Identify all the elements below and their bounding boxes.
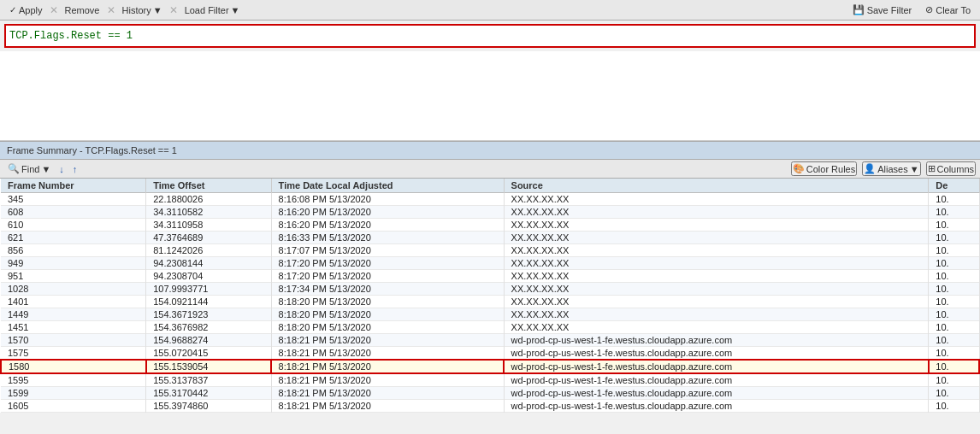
cell-time-offset: 154.3671923 — [146, 308, 271, 321]
cell-time-offset: 47.3764689 — [146, 232, 271, 244]
cell-time-date: 8:17:20 PM 5/13/2020 — [271, 257, 504, 270]
table-header-row: Frame Number Time Offset Time Date Local… — [1, 179, 979, 193]
cell-time-offset: 155.0720415 — [146, 347, 271, 361]
cell-time-date: 8:17:20 PM 5/13/2020 — [271, 270, 504, 283]
cell-source: XX.XX.XX.XX — [504, 257, 929, 270]
table-row[interactable]: 61034.31109588:16:20 PM 5/13/2020XX.XX.X… — [1, 219, 979, 232]
cell-source: wd-prod-cp-us-west-1-fe.westus.cloudapp.… — [504, 400, 929, 413]
clear-to-button[interactable]: ⊘ Clear To — [920, 3, 976, 16]
cell-dest: 10. — [929, 321, 979, 334]
cell-time-offset: 107.9993771 — [146, 283, 271, 296]
col-header-source: Source — [504, 179, 929, 193]
cell-time-date: 8:16:20 PM 5/13/2020 — [271, 206, 504, 219]
cell-time-date: 8:18:20 PM 5/13/2020 — [271, 308, 504, 321]
cell-frame: 1451 — [1, 321, 146, 334]
aliases-button[interactable]: 👤 Aliases ▼ — [862, 161, 920, 176]
table-row[interactable]: 1028107.99937718:17:34 PM 5/13/2020XX.XX… — [1, 283, 979, 296]
table-row[interactable]: 1605155.39748608:18:21 PM 5/13/2020wd-pr… — [1, 400, 979, 413]
cell-source: wd-prod-cp-us-west-1-fe.westus.cloudapp.… — [504, 360, 929, 373]
history-button[interactable]: History ▼ — [117, 4, 168, 16]
cell-dest: 10. — [929, 308, 979, 321]
col-header-time-offset: Time Offset — [146, 179, 271, 193]
arrow-down-icon: ↓ — [59, 164, 64, 174]
find-button[interactable]: 🔍 Find ▼ — [4, 162, 54, 175]
col-header-time-date: Time Date Local Adjusted — [271, 179, 504, 193]
cell-frame: 951 — [1, 270, 146, 283]
table-row[interactable]: 95194.23087048:17:20 PM 5/13/2020XX.XX.X… — [1, 270, 979, 283]
cell-dest: 10. — [929, 347, 979, 361]
cell-time-offset: 155.3974860 — [146, 400, 271, 413]
cell-time-date: 8:16:08 PM 5/13/2020 — [271, 193, 504, 206]
cell-time-date: 8:18:21 PM 5/13/2020 — [271, 400, 504, 413]
table-container: Frame Number Time Offset Time Date Local… — [0, 179, 980, 431]
table-row[interactable]: 1575155.07204158:18:21 PM 5/13/2020wd-pr… — [1, 347, 979, 361]
cell-frame: 608 — [1, 206, 146, 219]
arrow-up-button[interactable]: ↑ — [69, 163, 81, 175]
cell-source: XX.XX.XX.XX — [504, 270, 929, 283]
cell-source: XX.XX.XX.XX — [504, 283, 929, 296]
middle-spacer — [0, 51, 980, 141]
cell-time-date: 8:18:20 PM 5/13/2020 — [271, 321, 504, 334]
toolbar-left: 🔍 Find ▼ ↓ ↑ — [4, 162, 80, 175]
cell-time-date: 8:18:21 PM 5/13/2020 — [271, 387, 504, 400]
cell-time-offset: 154.3676982 — [146, 321, 271, 334]
filter-input[interactable] — [9, 30, 971, 42]
cell-frame: 610 — [1, 219, 146, 232]
apply-icon: ✓ — [9, 5, 16, 15]
data-table: Frame Number Time Offset Time Date Local… — [0, 179, 980, 413]
table-row[interactable]: 34522.18800268:16:08 PM 5/13/2020XX.XX.X… — [1, 193, 979, 206]
cell-frame: 1595 — [1, 373, 146, 387]
table-row[interactable]: 1599155.31704428:18:21 PM 5/13/2020wd-pr… — [1, 387, 979, 400]
col-header-frame: Frame Number — [1, 179, 146, 193]
cell-time-offset: 94.2308704 — [146, 270, 271, 283]
table-row[interactable]: 85681.12420268:17:07 PM 5/13/2020XX.XX.X… — [1, 244, 979, 257]
table-row[interactable]: 1401154.09211448:18:20 PM 5/13/2020XX.XX… — [1, 296, 979, 308]
cell-frame: 1575 — [1, 347, 146, 361]
table-row[interactable]: 60834.31105828:16:20 PM 5/13/2020XX.XX.X… — [1, 206, 979, 219]
table-row[interactable]: 94994.23081448:17:20 PM 5/13/2020XX.XX.X… — [1, 257, 979, 270]
cell-source: wd-prod-cp-us-west-1-fe.westus.cloudapp.… — [504, 373, 929, 387]
apply-button[interactable]: ✓ Apply — [4, 4, 48, 16]
cell-time-offset: 34.3110582 — [146, 206, 271, 219]
table-row[interactable]: 1570154.96882748:18:21 PM 5/13/2020wd-pr… — [1, 334, 979, 347]
arrow-up-icon: ↑ — [73, 164, 78, 174]
cell-dest: 10. — [929, 232, 979, 244]
cell-source: wd-prod-cp-us-west-1-fe.westus.cloudapp.… — [504, 334, 929, 347]
cell-frame: 1401 — [1, 296, 146, 308]
load-filter-button[interactable]: Load Filter ▼ — [180, 4, 245, 16]
table-row[interactable]: 1451154.36769828:18:20 PM 5/13/2020XX.XX… — [1, 321, 979, 334]
cell-dest: 10. — [929, 296, 979, 308]
table-row[interactable]: 1580155.15390548:18:21 PM 5/13/2020wd-pr… — [1, 360, 979, 373]
cell-time-offset: 154.0921144 — [146, 296, 271, 308]
cell-frame: 621 — [1, 232, 146, 244]
cell-dest: 10. — [929, 283, 979, 296]
columns-button[interactable]: ⊞ Columns — [926, 161, 976, 176]
cell-frame: 1028 — [1, 283, 146, 296]
cell-dest: 10. — [929, 206, 979, 219]
table-row[interactable]: 1449154.36719238:18:20 PM 5/13/2020XX.XX… — [1, 308, 979, 321]
cell-source: XX.XX.XX.XX — [504, 308, 929, 321]
cell-dest: 10. — [929, 373, 979, 387]
save-filter-button[interactable]: 💾 Save Filter — [847, 3, 918, 16]
cell-source: XX.XX.XX.XX — [504, 206, 929, 219]
table-row[interactable]: 1595155.31378378:18:21 PM 5/13/2020wd-pr… — [1, 373, 979, 387]
cell-time-offset: 22.1880026 — [146, 193, 271, 206]
cell-time-date: 8:18:21 PM 5/13/2020 — [271, 334, 504, 347]
cell-time-date: 8:16:33 PM 5/13/2020 — [271, 232, 504, 244]
cell-dest: 10. — [929, 400, 979, 413]
remove-button[interactable]: Remove — [60, 4, 105, 16]
cell-frame: 1599 — [1, 387, 146, 400]
arrow-down-button[interactable]: ↓ — [56, 163, 68, 175]
col-header-dest: De — [929, 179, 979, 193]
color-rules-button[interactable]: 🎨 Color Rules — [791, 161, 857, 176]
table-row[interactable]: 62147.37646898:16:33 PM 5/13/2020XX.XX.X… — [1, 232, 979, 244]
cell-time-offset: 155.3137837 — [146, 373, 271, 387]
cell-source: XX.XX.XX.XX — [504, 232, 929, 244]
cell-source: XX.XX.XX.XX — [504, 219, 929, 232]
cell-time-date: 8:17:34 PM 5/13/2020 — [271, 283, 504, 296]
cell-time-date: 8:18:21 PM 5/13/2020 — [271, 347, 504, 361]
cell-frame: 856 — [1, 244, 146, 257]
cell-frame: 949 — [1, 257, 146, 270]
cell-time-date: 8:18:20 PM 5/13/2020 — [271, 296, 504, 308]
cell-source: wd-prod-cp-us-west-1-fe.westus.cloudapp.… — [504, 347, 929, 361]
